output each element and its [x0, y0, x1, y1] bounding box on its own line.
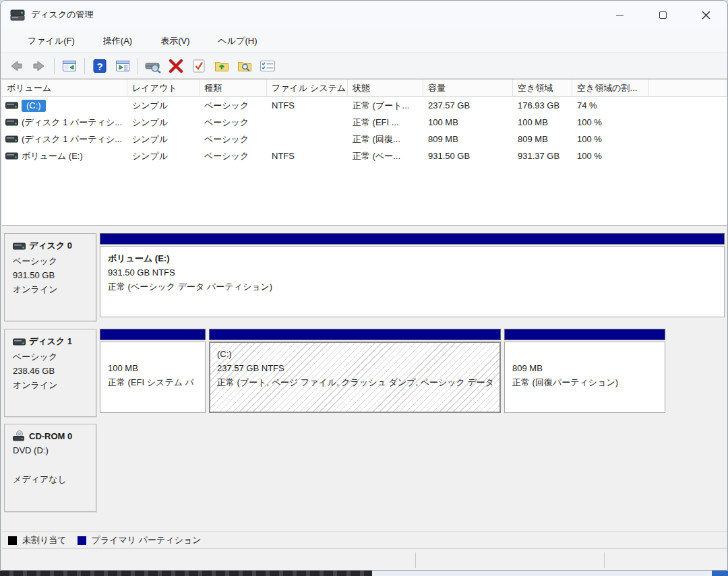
- menu-help[interactable]: ヘルプ(H): [212, 32, 264, 50]
- volume-capacity: 237.57 GB: [423, 97, 513, 114]
- help-icon: ?: [92, 58, 108, 74]
- col-type[interactable]: 種類: [200, 79, 267, 97]
- volume-status: 正常 (回復...: [348, 131, 423, 148]
- disk-kind: ベーシック: [13, 254, 90, 268]
- primary-partition-band: [504, 329, 665, 340]
- titlebar: ディスクの管理: [1, 1, 727, 29]
- console-tree-icon: [61, 58, 78, 74]
- close-icon: [702, 11, 710, 20]
- cdrom-icon: [13, 430, 26, 441]
- maximize-button[interactable]: [641, 1, 684, 29]
- disk0-row: ディスク 0 ベーシック 931.50 GB オンライン ボリューム (E:) …: [2, 233, 727, 321]
- toolbar-separator: [84, 58, 85, 74]
- col-filler: [649, 79, 727, 97]
- col-volume[interactable]: ボリューム: [2, 79, 127, 97]
- volume-icon: [5, 118, 18, 127]
- partition-size: 100 MB: [108, 361, 205, 375]
- explore-folder-button[interactable]: [235, 56, 255, 76]
- partition-size: 237.57 GB NTFS: [217, 361, 499, 375]
- check-document-icon: [191, 58, 207, 74]
- col-capacity[interactable]: 容量: [423, 79, 513, 97]
- partition-efi[interactable]: 100 MB 正常 (EFI システム パ: [100, 329, 206, 417]
- forward-button[interactable]: [29, 56, 49, 76]
- volume-status: 正常 (ブート...: [348, 97, 423, 114]
- volume-free: 100 MB: [513, 114, 572, 131]
- volume-free-pct: 100 %: [572, 114, 649, 131]
- disk-status: オンライン: [13, 378, 90, 392]
- unallocated-label: 未割り当て: [22, 534, 67, 546]
- volume-icon: [5, 135, 18, 143]
- partition-status: 正常 (回復パーティション): [512, 375, 665, 389]
- partition-recovery[interactable]: 809 MB 正常 (回復パーティション): [504, 329, 665, 417]
- status-divider: [415, 552, 416, 568]
- disk-icon: [13, 242, 26, 251]
- volume-free-pct: 100 %: [572, 131, 649, 148]
- folder-search-icon: [237, 58, 253, 74]
- partition-e[interactable]: ボリューム (E:) 931.50 GB NTFS 正常 (ベーシック データ …: [100, 233, 725, 321]
- volume-free: 809 MB: [513, 131, 572, 148]
- volume-name: ボリューム (E:): [22, 150, 83, 162]
- open-folder-button[interactable]: [212, 56, 232, 76]
- partition-status: 正常 (ベーシック データ パーティション): [108, 280, 724, 294]
- action-pane-icon: [115, 58, 131, 74]
- partition-c[interactable]: (C:) 237.57 GB NTFS 正常 (ブート, ページ ファイル, ク…: [209, 329, 501, 417]
- partition-status: 正常 (EFI システム パ: [108, 375, 205, 389]
- legend-bar: 未割り当て プライマリ パーティション: [2, 532, 727, 548]
- disk1-header[interactable]: ディスク 1 ベーシック 238.46 GB オンライン: [4, 329, 96, 417]
- cdrom-header[interactable]: CD-ROM 0 DVD (D:) メディアなし: [4, 424, 96, 512]
- partition-title: (C:): [217, 347, 499, 361]
- volume-free: 931.37 GB: [513, 148, 572, 164]
- show-console-tree-button[interactable]: [59, 56, 80, 76]
- show-action-pane-button[interactable]: [113, 56, 133, 76]
- col-layout[interactable]: レイアウト: [127, 79, 200, 97]
- volume-free: 176.93 GB: [513, 97, 572, 114]
- primary-partition-band: [100, 329, 206, 340]
- volume-list-header: ボリューム レイアウト 種類 ファイル システム 状態 容量 空き領域 空き領域…: [2, 79, 727, 97]
- delete-volume-button[interactable]: [166, 56, 186, 76]
- window-title: ディスクの管理: [31, 9, 94, 21]
- menu-action[interactable]: 操作(A): [96, 32, 139, 50]
- volume-fs: [267, 114, 348, 131]
- disk1-row: ディスク 1 ベーシック 238.46 GB オンライン 100 MB 正常 (…: [2, 329, 727, 417]
- help-button[interactable]: ?: [90, 56, 110, 76]
- volume-row-e[interactable]: ボリューム (E:) シンプル ベーシック NTFS 正常 (ベー... 931…: [2, 148, 727, 164]
- partition-title: [108, 347, 205, 361]
- close-button[interactable]: [684, 1, 727, 29]
- disk-size: 931.50 GB: [13, 268, 90, 282]
- disk-icon: [13, 338, 26, 346]
- col-free-space[interactable]: 空き領域: [513, 79, 572, 97]
- disk-name: ディスク 1: [29, 335, 72, 348]
- background-blue-corner: [712, 571, 728, 576]
- disk-name: CD-ROM 0: [29, 431, 72, 441]
- disk0-header[interactable]: ディスク 0 ベーシック 931.50 GB オンライン: [4, 233, 96, 321]
- volume-type: ベーシック: [200, 97, 267, 114]
- volume-layout: シンプル: [127, 97, 200, 114]
- col-free-pct[interactable]: 空き領域の割...: [572, 79, 649, 97]
- col-filesystem[interactable]: ファイル システム: [267, 79, 348, 97]
- partition-title: [512, 347, 665, 361]
- minimize-button[interactable]: [598, 1, 641, 29]
- volume-row-recovery[interactable]: (ディスク 1 パーティシ... シンプル ベーシック 正常 (回復... 80…: [2, 131, 727, 148]
- volume-type: ベーシック: [200, 148, 267, 164]
- view-options-button[interactable]: [257, 56, 278, 76]
- disk-kind: ベーシック: [13, 350, 90, 364]
- back-button[interactable]: [6, 56, 26, 76]
- disk-properties-button[interactable]: [143, 56, 163, 76]
- disk-status: オンライン: [13, 282, 90, 296]
- status-bar: [2, 548, 727, 571]
- menu-file[interactable]: ファイル(F): [21, 32, 82, 50]
- volume-capacity: 931.50 GB: [423, 148, 513, 164]
- volume-row-c[interactable]: (C:) シンプル ベーシック NTFS 正常 (ブート... 237.57 G…: [2, 97, 727, 114]
- menu-view[interactable]: 表示(V): [154, 32, 196, 50]
- background-window-strip: [0, 571, 372, 576]
- disk-management-window: ディスクの管理 ファイル(F) 操作(A) 表示(V) ヘルプ(H): [0, 0, 728, 571]
- volume-layout: シンプル: [127, 131, 200, 148]
- task-check-button[interactable]: [189, 56, 209, 76]
- primary-partition-label: プライマリ パーティション: [92, 534, 202, 546]
- volume-row-efi[interactable]: (ディスク 1 パーティシ... シンプル ベーシック 正常 (EFI ... …: [2, 114, 727, 131]
- back-icon: [8, 58, 24, 74]
- volume-list-pane: ボリューム レイアウト 種類 ファイル システム 状態 容量 空き領域 空き領域…: [2, 79, 727, 226]
- volume-icon: [5, 101, 18, 110]
- volume-name: (ディスク 1 パーティシ...: [22, 117, 122, 129]
- col-status[interactable]: 状態: [348, 79, 423, 97]
